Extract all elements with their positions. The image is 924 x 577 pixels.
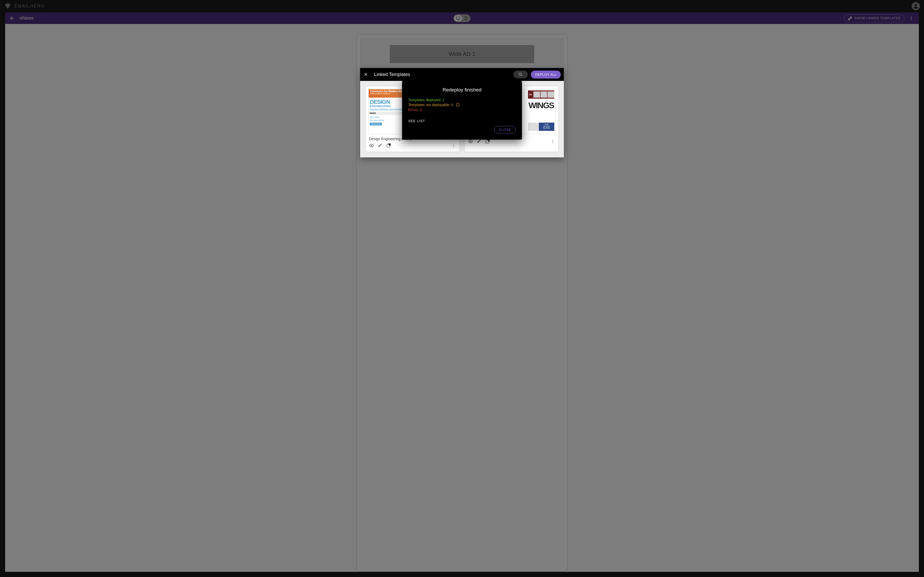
template-actions xyxy=(368,142,457,149)
status-errors: Errors: 0 xyxy=(409,108,516,112)
linked-templates-title: Linked Templates xyxy=(374,72,410,77)
status-not-deployable: Templates not deployable: 0 xyxy=(409,103,516,107)
app-root: EMAILHERO eNews xyxy=(0,0,924,577)
thumb-tag: Read More xyxy=(370,122,382,126)
eye-icon[interactable] xyxy=(468,139,473,144)
open-icon[interactable] xyxy=(386,143,391,148)
close-button[interactable]: CLOSE xyxy=(494,126,515,134)
redeploy-finished-modal: Redeploy finished Templates deployed: 2 … xyxy=(402,81,522,140)
edit-icon[interactable] xyxy=(477,139,481,144)
svg-point-8 xyxy=(371,145,372,146)
svg-point-11 xyxy=(454,145,454,146)
redeploy-title: Redeploy finished xyxy=(409,87,516,93)
svg-point-15 xyxy=(552,140,553,140)
more-vert-icon[interactable] xyxy=(451,143,456,148)
eye-icon[interactable] xyxy=(369,143,374,148)
info-icon[interactable] xyxy=(456,103,460,107)
svg-point-12 xyxy=(454,147,454,147)
more-vert-icon[interactable] xyxy=(551,139,555,144)
linked-templates-header: Linked Templates DEPLOY ALL xyxy=(360,68,564,81)
svg-point-7 xyxy=(519,73,521,75)
status-deployed: Templates deployed: 2 xyxy=(409,98,516,102)
thumb-header-label: m! xyxy=(528,93,533,96)
thumb-banner-title: Conveyors for Modern Ma xyxy=(370,90,402,93)
close-icon[interactable] xyxy=(363,72,368,77)
svg-point-13 xyxy=(470,141,471,142)
see-list-button[interactable]: SEE LIST xyxy=(409,119,516,123)
svg-point-16 xyxy=(552,141,553,142)
open-icon[interactable] xyxy=(485,139,490,144)
thumb-vote: Vote for your favourite xyxy=(539,122,554,131)
search-button[interactable] xyxy=(513,71,528,78)
search-icon xyxy=(518,72,523,77)
svg-point-10 xyxy=(454,144,454,145)
svg-point-17 xyxy=(552,142,553,143)
thumb-banner-sub: better products. better so xyxy=(370,93,390,95)
edit-icon[interactable] xyxy=(378,143,382,148)
thumb-wings: WINGS xyxy=(528,99,554,112)
deploy-all-button[interactable]: DEPLOY ALL xyxy=(531,71,561,79)
